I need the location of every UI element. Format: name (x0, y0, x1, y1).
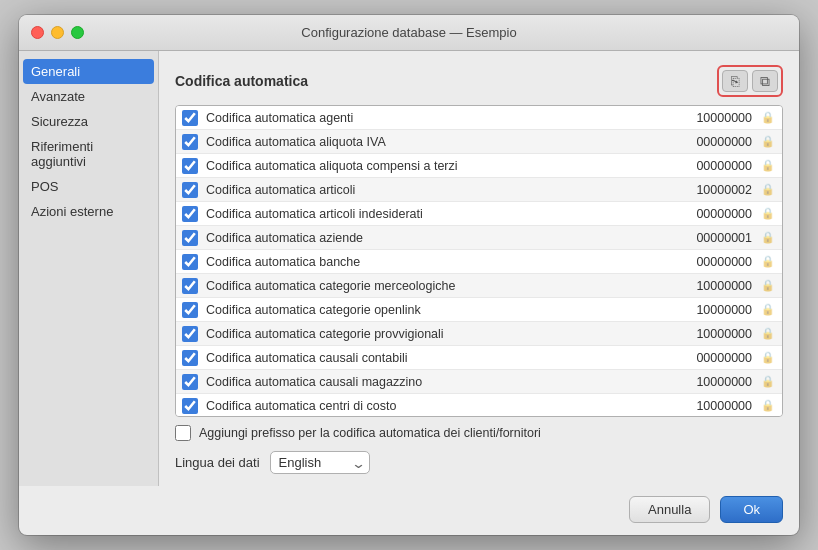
row-value: 10000000 (677, 327, 752, 341)
lingua-select[interactable]: EnglishItalianoFrançaisDeutschEspañol (270, 451, 370, 474)
window-title: Configurazione database — Esempio (301, 25, 516, 40)
annulla-button[interactable]: Annulla (629, 496, 710, 523)
row-label: Codifica automatica categorie provvigion… (206, 327, 677, 341)
copy2-button[interactable]: ⧉ (752, 70, 778, 92)
lock-icon: 🔒 (760, 399, 776, 412)
row-checkbox-12[interactable] (182, 398, 198, 414)
lock-icon: 🔒 (760, 303, 776, 316)
prefix-row: Aggiungi prefisso per la codifica automa… (175, 425, 783, 441)
row-value: 10000002 (677, 183, 752, 197)
row-value: 00000001 (677, 231, 752, 245)
lock-icon: 🔒 (760, 351, 776, 364)
row-checkbox-8[interactable] (182, 302, 198, 318)
bottom-section: Aggiungi prefisso per la codifica automa… (175, 425, 783, 474)
row-checkbox-1[interactable] (182, 134, 198, 150)
row-label: Codifica automatica articoli indesiderat… (206, 207, 677, 221)
row-value: 00000000 (677, 255, 752, 269)
row-label: Codifica automatica banche (206, 255, 677, 269)
row-value: 00000000 (677, 135, 752, 149)
row-label: Codifica automatica categorie openlink (206, 303, 677, 317)
minimize-button[interactable] (51, 26, 64, 39)
lock-icon: 🔒 (760, 327, 776, 340)
table-row: Codifica automatica aziende00000001🔒 (176, 226, 782, 250)
lingua-label: Lingua dei dati (175, 455, 260, 470)
row-checkbox-9[interactable] (182, 326, 198, 342)
row-label: Codifica automatica causali magazzino (206, 375, 677, 389)
table-row: Codifica automatica causali contabili000… (176, 346, 782, 370)
row-value: 00000000 (677, 207, 752, 221)
sidebar: Generali Avanzate Sicurezza Riferimenti … (19, 51, 159, 486)
table-row: Codifica automatica categorie openlink10… (176, 298, 782, 322)
row-value: 10000000 (677, 399, 752, 413)
copy2-icon: ⧉ (760, 73, 770, 90)
table-row: Codifica automatica aliquota IVA00000000… (176, 130, 782, 154)
maximize-button[interactable] (71, 26, 84, 39)
table-row: Codifica automatica articoli indesiderat… (176, 202, 782, 226)
sidebar-item-generali[interactable]: Generali (23, 59, 154, 84)
row-checkbox-10[interactable] (182, 350, 198, 366)
content-area: Generali Avanzate Sicurezza Riferimenti … (19, 51, 799, 486)
section-header: Codifica automatica ⎘ ⧉ (175, 65, 783, 97)
row-label: Codifica automatica centri di costo (206, 399, 677, 413)
row-checkbox-5[interactable] (182, 230, 198, 246)
row-value: 10000000 (677, 375, 752, 389)
lock-icon: 🔒 (760, 111, 776, 124)
row-value: 10000000 (677, 111, 752, 125)
icon-buttons-group: ⎘ ⧉ (717, 65, 783, 97)
row-value: 00000000 (677, 159, 752, 173)
row-label: Codifica automatica causali contabili (206, 351, 677, 365)
sidebar-item-pos[interactable]: POS (19, 174, 158, 199)
copy1-icon: ⎘ (731, 73, 739, 89)
table-row: Codifica automatica articoli10000002🔒 (176, 178, 782, 202)
lock-icon: 🔒 (760, 159, 776, 172)
window-controls (31, 26, 84, 39)
section-title: Codifica automatica (175, 73, 308, 89)
table-row: Codifica automatica centri di costo10000… (176, 394, 782, 417)
titlebar: Configurazione database — Esempio (19, 15, 799, 51)
lock-icon: 🔒 (760, 255, 776, 268)
codifica-table: Codifica automatica agenti10000000🔒Codif… (175, 105, 783, 417)
lingua-select-wrapper: EnglishItalianoFrançaisDeutschEspañol (270, 451, 370, 474)
row-checkbox-6[interactable] (182, 254, 198, 270)
main-panel: Codifica automatica ⎘ ⧉ Codifica automat… (159, 51, 799, 486)
table-row: Codifica automatica agenti10000000🔒 (176, 106, 782, 130)
prefix-checkbox[interactable] (175, 425, 191, 441)
row-value: 10000000 (677, 303, 752, 317)
sidebar-item-azioni[interactable]: Azioni esterne (19, 199, 158, 224)
row-checkbox-11[interactable] (182, 374, 198, 390)
row-label: Codifica automatica aziende (206, 231, 677, 245)
lock-icon: 🔒 (760, 207, 776, 220)
close-button[interactable] (31, 26, 44, 39)
ok-button[interactable]: Ok (720, 496, 783, 523)
table-row: Codifica automatica categorie merceologi… (176, 274, 782, 298)
row-label: Codifica automatica articoli (206, 183, 677, 197)
row-checkbox-0[interactable] (182, 110, 198, 126)
lock-icon: 🔒 (760, 183, 776, 196)
row-label: Codifica automatica aliquota compensi a … (206, 159, 677, 173)
table-row: Codifica automatica categorie provvigion… (176, 322, 782, 346)
lock-icon: 🔒 (760, 231, 776, 244)
row-label: Codifica automatica agenti (206, 111, 677, 125)
table-row: Codifica automatica aliquota compensi a … (176, 154, 782, 178)
copy1-button[interactable]: ⎘ (722, 70, 748, 92)
sidebar-item-avanzate[interactable]: Avanzate (19, 84, 158, 109)
footer: Annulla Ok (19, 486, 799, 535)
lock-icon: 🔒 (760, 375, 776, 388)
lock-icon: 🔒 (760, 135, 776, 148)
app-window: Configurazione database — Esempio Genera… (19, 15, 799, 535)
row-checkbox-3[interactable] (182, 182, 198, 198)
row-checkbox-4[interactable] (182, 206, 198, 222)
row-value: 10000000 (677, 279, 752, 293)
row-checkbox-7[interactable] (182, 278, 198, 294)
table-row: Codifica automatica banche00000000🔒 (176, 250, 782, 274)
row-label: Codifica automatica categorie merceologi… (206, 279, 677, 293)
sidebar-item-riferimenti[interactable]: Riferimenti aggiuntivi (19, 134, 158, 174)
prefix-label: Aggiungi prefisso per la codifica automa… (199, 426, 541, 440)
row-checkbox-2[interactable] (182, 158, 198, 174)
table-row: Codifica automatica causali magazzino100… (176, 370, 782, 394)
sidebar-item-sicurezza[interactable]: Sicurezza (19, 109, 158, 134)
lock-icon: 🔒 (760, 279, 776, 292)
row-value: 00000000 (677, 351, 752, 365)
row-label: Codifica automatica aliquota IVA (206, 135, 677, 149)
lingua-row: Lingua dei dati EnglishItalianoFrançaisD… (175, 451, 783, 474)
